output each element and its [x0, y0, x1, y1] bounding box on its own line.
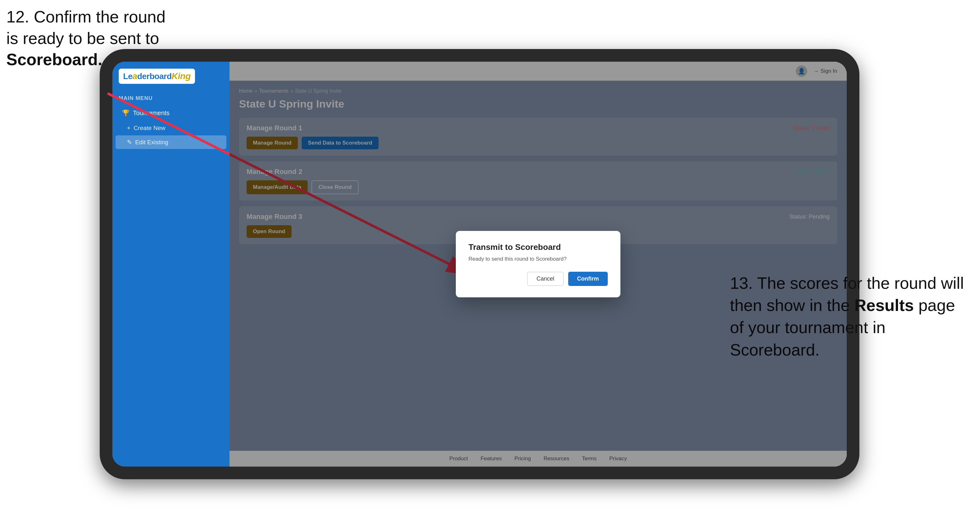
app-layout: LeaderboardKing MAIN MENU 🏆 Tournaments … [112, 62, 847, 467]
modal-cancel-button[interactable]: Cancel [527, 272, 564, 286]
sidebar-item-tournaments[interactable]: 🏆 Tournaments [116, 105, 226, 121]
main-content: 👤 → Sign In Home » Tournaments » State U… [229, 62, 847, 467]
annotation-bold: Scoreboard. [6, 50, 102, 69]
modal-buttons: Cancel Confirm [468, 272, 608, 286]
sidebar-section-label: MAIN MENU [112, 89, 229, 105]
annotation-line2: is ready to be sent to [6, 29, 159, 48]
transmit-modal: Transmit to Scoreboard Ready to send thi… [456, 231, 620, 297]
annotation-line1: 12. Confirm the round [6, 8, 165, 26]
tablet-frame: LeaderboardKing MAIN MENU 🏆 Tournaments … [100, 49, 859, 479]
sidebar-create-new-label: Create New [134, 125, 165, 132]
annotation-top-left: 12. Confirm the round is ready to be sen… [6, 6, 165, 71]
sidebar-edit-existing-label: Edit Existing [135, 139, 169, 146]
sidebar-item-edit-existing[interactable]: ✎ Edit Existing [116, 135, 226, 149]
edit-icon: ✎ [127, 138, 132, 146]
modal-overlay: Transmit to Scoreboard Ready to send thi… [229, 62, 847, 467]
plus-icon: + [127, 125, 130, 132]
logo-text: LeaderboardKing [123, 71, 191, 81]
logo-king-text: a [132, 71, 137, 81]
annotation-right-bold: Results [854, 296, 914, 314]
logo-box: LeaderboardKing [119, 69, 195, 84]
tablet-screen: LeaderboardKing MAIN MENU 🏆 Tournaments … [112, 62, 847, 467]
sidebar: LeaderboardKing MAIN MENU 🏆 Tournaments … [112, 62, 229, 467]
sidebar-item-create-new[interactable]: + Create New [116, 121, 226, 135]
logo-king: King [172, 71, 191, 81]
modal-confirm-button[interactable]: Confirm [568, 272, 608, 286]
trophy-icon: 🏆 [122, 109, 130, 117]
sidebar-tournaments-label: Tournaments [133, 110, 170, 117]
modal-subtitle: Ready to send this round to Scoreboard? [468, 256, 608, 262]
modal-title: Transmit to Scoreboard [468, 242, 608, 252]
